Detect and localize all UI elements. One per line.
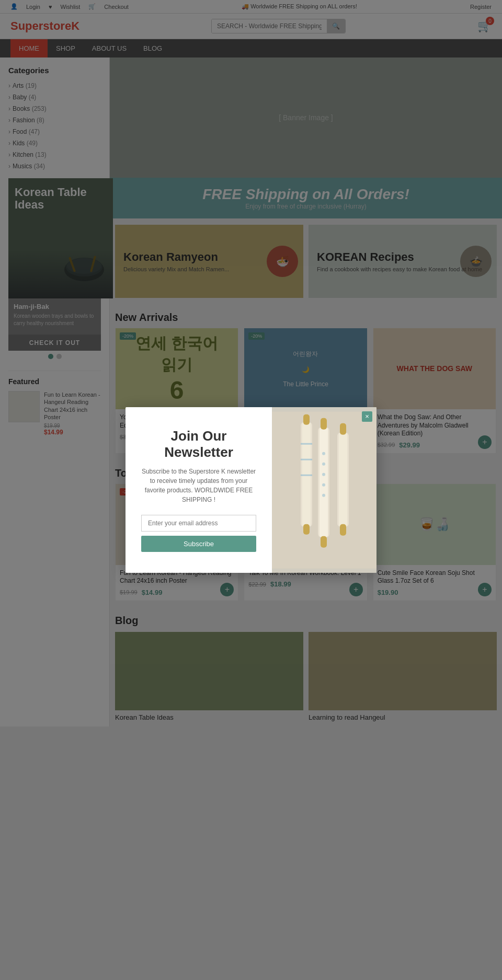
svg-point-18 bbox=[322, 483, 325, 487]
modal-close-button[interactable]: × bbox=[362, 411, 372, 422]
svg-rect-23 bbox=[339, 433, 347, 527]
newsletter-modal: × Join Our Newsletter Subscribe to the S… bbox=[126, 407, 376, 573]
svg-point-16 bbox=[322, 463, 325, 466]
subscribe-button[interactable]: Subscribe bbox=[141, 536, 256, 552]
modal-left-panel: Join Our Newsletter Subscribe to the Sup… bbox=[126, 407, 272, 573]
modal-overlay[interactable]: × Join Our Newsletter Subscribe to the S… bbox=[0, 0, 502, 727]
modal-title: Join Our Newsletter bbox=[141, 428, 256, 460]
modal-right-panel bbox=[272, 407, 376, 573]
svg-point-17 bbox=[322, 473, 325, 476]
svg-rect-11 bbox=[303, 414, 310, 425]
modal-description: Subscribe to the Superstore K newsletter… bbox=[141, 467, 256, 504]
svg-rect-12 bbox=[303, 524, 310, 535]
svg-rect-20 bbox=[321, 418, 327, 430]
svg-rect-21 bbox=[321, 536, 327, 548]
svg-rect-25 bbox=[340, 524, 346, 536]
svg-point-15 bbox=[322, 452, 325, 455]
rolling-pins-illustration bbox=[272, 407, 376, 573]
svg-rect-10 bbox=[301, 475, 312, 476]
email-input[interactable] bbox=[141, 515, 256, 532]
svg-rect-24 bbox=[340, 423, 346, 435]
svg-rect-14 bbox=[320, 428, 328, 537]
svg-rect-9 bbox=[301, 459, 312, 460]
svg-point-19 bbox=[322, 494, 325, 497]
svg-rect-8 bbox=[301, 443, 312, 445]
